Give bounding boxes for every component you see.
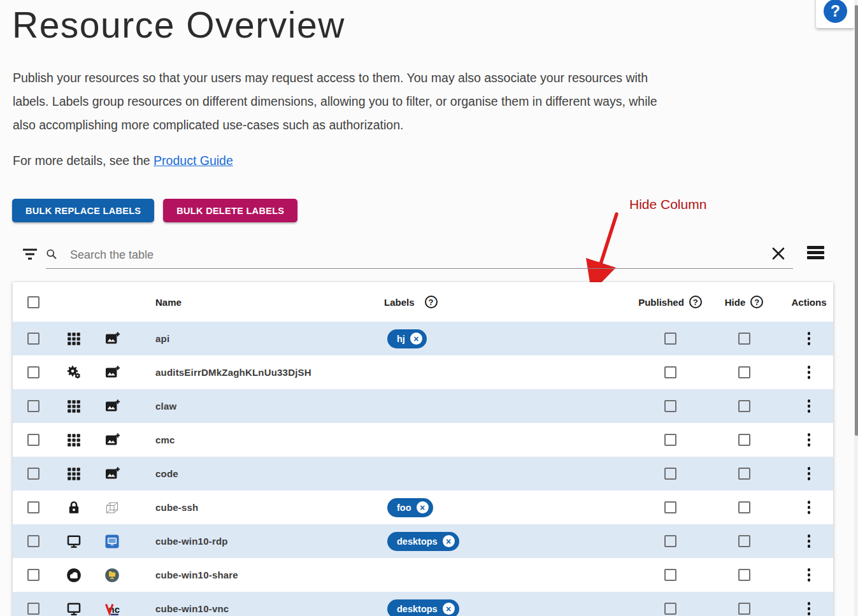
chip-remove-icon[interactable]: × bbox=[443, 535, 455, 547]
row-actions-button[interactable] bbox=[805, 498, 813, 516]
help-button[interactable]: ? bbox=[816, 0, 855, 28]
published-checkbox[interactable] bbox=[664, 603, 676, 615]
resource-name: claw bbox=[130, 401, 375, 412]
apps-grid-icon bbox=[66, 466, 82, 482]
more-details-line: For more details, see the Product Guide bbox=[13, 154, 233, 168]
row-actions-button[interactable] bbox=[805, 532, 813, 550]
published-help-icon[interactable]: ? bbox=[689, 296, 702, 308]
row-checkbox[interactable] bbox=[27, 400, 39, 412]
column-header-name: Name bbox=[130, 297, 375, 308]
table-row: code bbox=[13, 457, 833, 491]
published-checkbox[interactable] bbox=[664, 468, 676, 480]
published-checkbox[interactable] bbox=[664, 501, 676, 513]
search-input[interactable] bbox=[70, 244, 707, 266]
published-checkbox[interactable] bbox=[664, 366, 676, 378]
search-underline bbox=[46, 268, 793, 269]
table-search-bar bbox=[0, 242, 858, 271]
published-checkbox[interactable] bbox=[664, 535, 676, 547]
page-scrollbar-thumb[interactable] bbox=[855, 5, 858, 436]
table-row: apihj× bbox=[13, 322, 833, 355]
table-row: nccube-win10-vncdesktops× bbox=[13, 592, 833, 616]
published-checkbox[interactable] bbox=[664, 333, 676, 345]
labels-help-icon[interactable]: ? bbox=[425, 296, 438, 308]
hide-checkbox[interactable] bbox=[738, 501, 750, 513]
hide-help-icon[interactable]: ? bbox=[750, 296, 763, 308]
label-chip[interactable]: hj× bbox=[387, 329, 427, 348]
column-header-published: Published ? bbox=[637, 296, 703, 308]
row-actions-button[interactable] bbox=[805, 464, 813, 482]
label-chip[interactable]: desktops× bbox=[387, 532, 459, 551]
monitor-icon bbox=[66, 534, 82, 549]
product-guide-link[interactable]: Product Guide bbox=[154, 154, 233, 168]
column-header-labels: Labels ? bbox=[375, 296, 637, 308]
table-row: cube-sshfoo× bbox=[13, 491, 833, 524]
label-chip[interactable]: desktops× bbox=[387, 599, 459, 616]
column-header-hide: Hide ? bbox=[703, 296, 785, 308]
table-header-row: Name Labels ? Published ? Hide ? Actions bbox=[13, 282, 833, 322]
row-checkbox[interactable] bbox=[27, 535, 39, 547]
apps-grid-icon bbox=[66, 433, 82, 448]
row-checkbox[interactable] bbox=[27, 366, 39, 378]
resource-labels: desktops× bbox=[375, 532, 637, 551]
hide-checkbox[interactable] bbox=[738, 535, 750, 547]
intro-paragraph: Publish your resources so that your user… bbox=[13, 66, 841, 137]
row-actions-button[interactable] bbox=[805, 599, 813, 616]
resource-name: cube-win10-share bbox=[130, 569, 375, 580]
resource-name: auditsEirrDMkZaghKLnUu33DjSH bbox=[130, 367, 375, 378]
row-actions-button[interactable] bbox=[805, 397, 813, 415]
table-row: cmc bbox=[13, 423, 833, 457]
table-menu-icon[interactable] bbox=[807, 246, 824, 259]
row-actions-button[interactable] bbox=[805, 566, 813, 584]
row-checkbox[interactable] bbox=[27, 434, 39, 446]
row-checkbox[interactable] bbox=[27, 333, 39, 345]
hide-checkbox[interactable] bbox=[738, 366, 750, 378]
resource-name: cube-ssh bbox=[130, 502, 375, 513]
bulk-replace-labels-button[interactable]: BULK REPLACE LABELS bbox=[12, 199, 154, 222]
chip-remove-icon[interactable]: × bbox=[410, 333, 422, 345]
resource-name: cube-win10-rdp bbox=[130, 536, 375, 547]
chip-remove-icon[interactable]: × bbox=[417, 501, 429, 513]
resources-table: Name Labels ? Published ? Hide ? Actions… bbox=[13, 282, 833, 616]
label-chip[interactable]: foo× bbox=[387, 498, 433, 517]
select-all-checkbox[interactable] bbox=[27, 296, 39, 308]
bulk-actions-toolbar: BULK REPLACE LABELS BULK DELETE LABELS bbox=[12, 199, 297, 222]
labels-header-label: Labels bbox=[384, 297, 415, 308]
published-checkbox[interactable] bbox=[664, 434, 676, 446]
table-row: claw bbox=[13, 389, 833, 423]
hide-checkbox[interactable] bbox=[738, 333, 750, 345]
row-actions-button[interactable] bbox=[805, 363, 813, 381]
resource-labels: desktops× bbox=[375, 599, 637, 616]
hide-checkbox[interactable] bbox=[738, 603, 750, 615]
resource-name: cube-win10-vnc bbox=[130, 603, 375, 614]
table-row: cube-win10-rdpdesktops× bbox=[13, 524, 833, 558]
label-chip-text: foo bbox=[397, 503, 411, 513]
search-icon bbox=[46, 248, 57, 260]
published-checkbox[interactable] bbox=[664, 400, 676, 412]
page-scrollbar-track bbox=[854, 0, 858, 616]
row-actions-button[interactable] bbox=[805, 431, 813, 448]
row-checkbox[interactable] bbox=[27, 468, 39, 480]
apps-grid-icon bbox=[66, 331, 82, 347]
cloud-icon bbox=[66, 568, 82, 583]
resource-name: api bbox=[130, 333, 375, 344]
hide-checkbox[interactable] bbox=[738, 569, 750, 581]
row-checkbox[interactable] bbox=[27, 569, 39, 581]
table-body: apihj×auditsEirrDMkZaghKLnUu33DjSHclawcm… bbox=[13, 322, 833, 616]
resource-name: code bbox=[130, 468, 375, 479]
label-chip-text: desktops bbox=[397, 604, 438, 614]
filter-list-icon[interactable] bbox=[22, 247, 38, 261]
row-checkbox[interactable] bbox=[27, 501, 39, 513]
table-row: auditsEirrDMkZaghKLnUu33DjSH bbox=[13, 355, 833, 389]
lock-icon bbox=[66, 500, 82, 515]
chip-remove-icon[interactable]: × bbox=[443, 603, 455, 615]
bulk-delete-labels-button[interactable]: BULK DELETE LABELS bbox=[163, 199, 297, 222]
clear-search-icon[interactable] bbox=[770, 245, 787, 262]
hide-checkbox[interactable] bbox=[738, 434, 750, 446]
published-checkbox[interactable] bbox=[664, 569, 676, 581]
row-actions-button[interactable] bbox=[805, 329, 813, 347]
row-checkbox[interactable] bbox=[27, 603, 39, 615]
hide-checkbox[interactable] bbox=[738, 468, 750, 480]
add-photo-icon bbox=[104, 466, 120, 482]
cube-wireframe-icon bbox=[104, 500, 120, 515]
hide-checkbox[interactable] bbox=[738, 400, 750, 412]
